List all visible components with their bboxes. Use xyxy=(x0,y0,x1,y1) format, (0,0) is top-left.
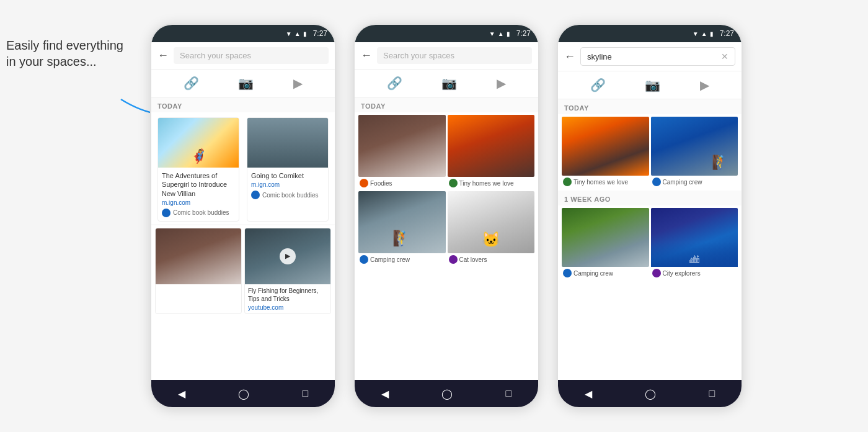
link-card-text-1a: The Adventures of Supergirl to Introduce… xyxy=(158,168,239,221)
space-name-2a: Foodies xyxy=(370,180,392,187)
status-icons-1: ▼ ▲ ▮ xyxy=(286,30,307,37)
nav-home-1[interactable]: ◯ xyxy=(238,388,249,400)
phone-1: ▼ ▲ ▮ 7:27 ← Search your spaces 🔗 📷 ▶ xyxy=(150,24,336,408)
link-title-1b: Going to Comiket xyxy=(251,171,324,180)
grid-inner-2: Foodies Tiny homes we love xyxy=(358,115,534,266)
status-bar-3: ▼ ▲ ▮ 7:27 xyxy=(558,25,742,42)
filter-photo-1[interactable]: 📷 xyxy=(233,74,259,92)
filter-photo-3[interactable]: 📷 xyxy=(640,76,665,94)
back-button-3[interactable]: ← xyxy=(564,50,575,63)
space-name-3a: Tiny homes we love xyxy=(574,179,628,186)
space-avatar-3b xyxy=(652,178,661,186)
section-today-1: TODAY xyxy=(151,97,335,112)
cat-img-2d: 🐱 xyxy=(448,191,535,253)
space-name-1a: Comic book buddies xyxy=(173,209,229,216)
grid-week-3: Camping crew 🏙 xyxy=(562,208,738,279)
photo-cell-3c: Camping crew xyxy=(562,208,649,279)
link-card-1a[interactable]: 🦸‍♀️ The Adventures of Supergirl to Intr… xyxy=(157,117,239,222)
status-icons-2: ▼ ▲ ▮ xyxy=(489,30,510,37)
photo-cell-2c: 🧗 Camping crew xyxy=(358,191,446,266)
filter-tabs-2: 🔗 📷 ▶ xyxy=(355,70,538,97)
food-img-2a xyxy=(358,115,446,177)
side-text-content: Easily find everything in your spaces... xyxy=(6,37,124,70)
status-time-3: 7:27 xyxy=(720,29,734,38)
filter-video-1[interactable]: ▶ xyxy=(288,74,308,92)
nav-home-3[interactable]: ◯ xyxy=(645,388,656,400)
space-name-1b: Comic book buddies xyxy=(262,192,319,199)
link-space-1a: Comic book buddies xyxy=(162,209,235,217)
hiker-emoji-3b: 🧗 xyxy=(712,155,728,171)
filter-video-3[interactable]: ▶ xyxy=(695,76,714,94)
nav-home-2[interactable]: ◯ xyxy=(441,388,453,400)
photo-label-3c: Camping crew xyxy=(562,267,649,279)
space-avatar-3c xyxy=(563,269,572,277)
filter-link-1[interactable]: 🔗 xyxy=(179,74,204,92)
crowd-overlay xyxy=(247,118,328,168)
valley-img-3c xyxy=(562,208,649,267)
space-avatar-3d xyxy=(652,269,661,277)
nav-back-2[interactable]: ◀ xyxy=(381,388,389,400)
space-name-2b: Tiny homes we love xyxy=(459,180,514,187)
main-container: Easily find everything in your spaces...… xyxy=(0,0,868,432)
filter-tabs-1: 🔗 📷 ▶ xyxy=(151,70,335,97)
cabin-img-3a xyxy=(562,117,649,176)
nav-recent-1[interactable]: □ xyxy=(303,388,309,399)
phone-2: ▼ ▲ ▮ 7:27 ← Search your spaces 🔗 📷 ▶ xyxy=(353,24,539,408)
link-space-1b: Comic book buddies xyxy=(251,191,324,199)
nav-back-3[interactable]: ◀ xyxy=(585,388,592,400)
side-text-line2: in your spaces... xyxy=(6,55,97,68)
clear-icon-3[interactable]: ✕ xyxy=(721,52,728,61)
search-value-3: skyline xyxy=(587,52,612,61)
filter-video-2[interactable]: ▶ xyxy=(492,74,511,92)
photo-cell-3a: Tiny homes we love xyxy=(562,117,649,188)
nav-recent-3[interactable]: □ xyxy=(709,388,715,399)
battery-icon: ▮ xyxy=(303,30,307,37)
signal-icon-2: ▲ xyxy=(498,30,504,37)
bottom-nav-2: ◀ ◯ □ xyxy=(355,380,538,407)
filter-link-3[interactable]: 🔗 xyxy=(585,76,611,94)
photo-cell-3b: 🧗 Camping crew xyxy=(651,117,738,188)
content-area-1: TODAY 🦸‍♀️ The Adventures of Supergirl t… xyxy=(151,97,335,319)
section-week-3: 1 WEEK AGO xyxy=(558,191,742,205)
filter-link-2[interactable]: 🔗 xyxy=(382,74,407,92)
link-card-1b[interactable]: Going to Comiket m.ign.com Comic book bu… xyxy=(247,117,329,222)
section-today-3: TODAY xyxy=(558,99,742,114)
search-input-2[interactable]: Search your spaces xyxy=(377,47,532,64)
search-bar-1: ← Search your spaces xyxy=(151,42,335,70)
city-emoji: 🏙 xyxy=(689,254,699,266)
back-button-1[interactable]: ← xyxy=(157,49,169,62)
back-button-2[interactable]: ← xyxy=(361,49,372,62)
space-name-2d: Cat lovers xyxy=(459,256,487,263)
hiker-emoji: 🧗 xyxy=(392,230,411,247)
photo-label-2b: Tiny homes we love xyxy=(448,177,535,189)
search-input-3[interactable]: skyline ✕ xyxy=(580,47,735,66)
space-name-2c: Camping crew xyxy=(370,256,410,263)
food-img-1 xyxy=(156,228,241,284)
photo-grid-2: Foodies Tiny homes we love xyxy=(355,112,538,268)
status-time-2: 7:27 xyxy=(516,29,531,38)
video-card-1[interactable]: ▶ Fly Fishing for Beginners, Tips and Tr… xyxy=(244,228,331,314)
section-today-2: TODAY xyxy=(355,97,538,112)
photo-label-2a: Foodies xyxy=(358,177,446,189)
photo-label-3d: City explorers xyxy=(651,267,738,279)
grid-today-3: Tiny homes we love 🧗 Camping crew xyxy=(562,117,738,188)
play-icon-1: ▶ xyxy=(280,248,296,264)
bottom-nav-3: ◀ ◯ □ xyxy=(558,380,742,407)
nav-recent-2[interactable]: □ xyxy=(506,388,512,399)
city-img-3d: 🏙 xyxy=(651,208,738,267)
video-title-1: Fly Fishing for Beginners, Tips and Tric… xyxy=(248,287,327,303)
search-placeholder-1: Search your spaces xyxy=(180,51,251,60)
cabin-img-2b xyxy=(448,115,535,177)
side-text-block: Easily find everything in your spaces... xyxy=(6,37,124,70)
space-avatar-2b xyxy=(449,179,458,187)
search-placeholder-2: Search your spaces xyxy=(383,51,454,60)
search-input-1[interactable]: Search your spaces xyxy=(174,47,329,64)
link-thumb-anime: 🦸‍♀️ xyxy=(158,118,239,168)
phone-3: ▼ ▲ ▮ 7:27 ← skyline ✕ 🔗 📷 ▶ xyxy=(557,24,743,408)
space-avatar-3a xyxy=(563,178,572,186)
filter-photo-2[interactable]: 📷 xyxy=(436,74,462,92)
nav-back-1[interactable]: ◀ xyxy=(178,388,185,400)
photo-label-2d: Cat lovers xyxy=(448,253,535,266)
photo-grid-3-today: Tiny homes we love 🧗 Camping crew xyxy=(558,114,742,191)
signal-icon-3: ▲ xyxy=(701,30,707,37)
